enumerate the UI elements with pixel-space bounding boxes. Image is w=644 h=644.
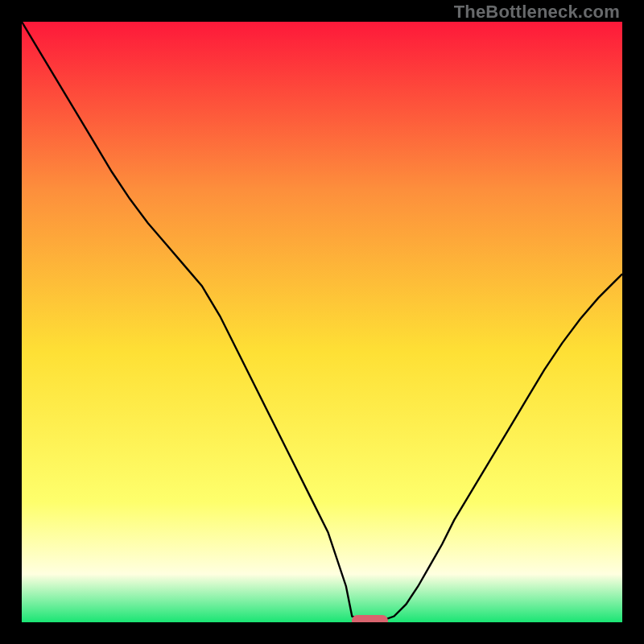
bottleneck-chart [22,22,622,622]
gradient-background [22,22,622,622]
optimal-marker [352,615,388,622]
plot-area [22,22,622,622]
chart-frame: TheBottleneck.com [0,0,644,644]
watermark-text: TheBottleneck.com [454,2,620,23]
